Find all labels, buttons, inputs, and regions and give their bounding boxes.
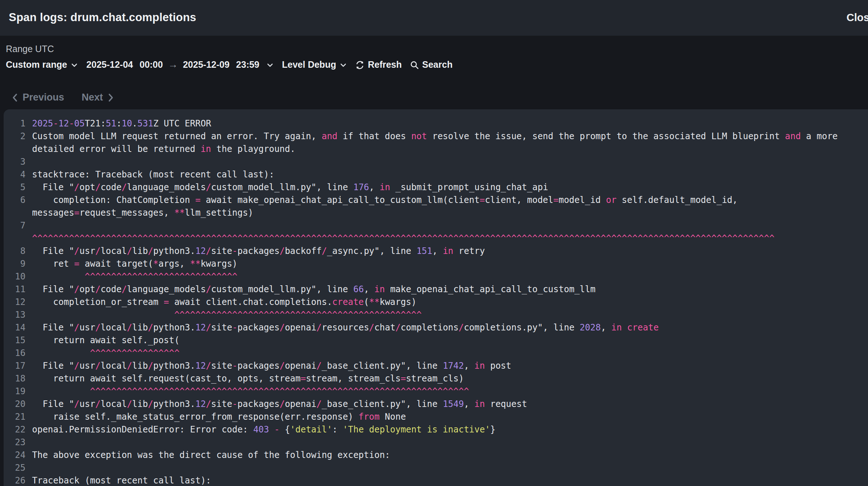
log-line: 12 completion_or_stream = await client.c… [9,296,868,309]
chevron-left-icon [11,93,19,102]
log-line-text: return await self.request(cast_to, opts,… [32,372,868,385]
line-number: 2 [9,130,26,143]
log-line: 26Traceback (most recent call last): [9,474,868,486]
log-line: 8 File "/usr/local/lib/python3.12/site-p… [9,245,868,258]
refresh-button[interactable]: Refresh [355,59,402,70]
line-number: 14 [9,321,26,334]
arrow-right-icon: → [168,59,178,70]
time-from-value[interactable]: 00:00 [140,59,163,70]
line-number: 10 [9,270,26,283]
search-button[interactable]: Search [410,59,453,70]
line-number: 6 [9,194,26,207]
log-line-text: ^^^^^^^^^^^^^^^^^ [32,347,868,360]
line-number: 5 [9,181,26,194]
log-line: 4stacktrace: Traceback (most recent call… [9,168,868,181]
date-from-value[interactable]: 2025-12-04 [86,59,133,70]
line-number: 8 [9,245,26,258]
log-line-text: 2025-12-05T21:51:10.531Z UTC ERROR [32,117,868,130]
date-to-value[interactable]: 2025-12-09 [183,59,230,70]
line-number: 4 [9,168,26,181]
log-line-text: File "/usr/local/lib/python3.12/site-pac… [32,360,868,372]
log-line: 24The above exception was the direct cau… [9,449,868,462]
line-number: 17 [9,360,26,372]
line-number: 7 [9,219,26,232]
log-line: 14 File "/usr/local/lib/python3.12/site-… [9,321,868,334]
log-line-text: File "/opt/code/language_models/custom_m… [32,283,868,296]
range-preset-dropdown[interactable]: Custom range [6,59,78,70]
log-line-text: Traceback (most recent call last): [32,474,868,486]
level-value: Level Debug [282,59,336,70]
log-line: 20 File "/usr/local/lib/python3.12/site-… [9,398,868,411]
log-line-text [32,156,868,168]
search-icon [410,60,419,70]
log-line: 9 ret = await target(*args, **kwargs) [9,258,868,270]
log-line-text: File "/opt/code/language_models/custom_m… [32,181,868,194]
range-utc-label: Range UTC [6,44,54,54]
log-line-text: raise self._make_status_error_from_respo… [32,411,868,423]
close-button[interactable]: Close [847,12,868,24]
log-line-text: completion_or_stream = await client.chat… [32,296,868,309]
line-number: 24 [9,449,26,462]
line-number: 15 [9,334,26,347]
line-number: 3 [9,156,26,168]
line-number: 22 [9,423,26,436]
line-number: 20 [9,398,26,411]
log-line: 17 File "/usr/local/lib/python3.12/site-… [9,360,868,372]
log-line-text [32,462,868,474]
log-line: 18 return await self.request(cast_to, op… [9,372,868,385]
search-label: Search [422,59,453,70]
line-number: 1 [9,117,26,130]
log-viewer[interactable]: 12025-12-05T21:51:10.531Z UTC ERROR2Cust… [4,109,868,486]
line-number: 19 [9,385,26,398]
log-line-text: ret = await target(*args, **kwargs) [32,258,868,270]
log-line: 19 ^^^^^^^^^^^^^^^^^^^^^^^^^^^^^^^^^^^^^… [9,385,868,398]
chevron-down-icon [339,61,347,69]
log-line-text: completion: ChatCompletion = await make_… [32,194,868,219]
log-line: 21 raise self._make_status_error_from_re… [9,411,868,423]
refresh-label: Refresh [368,59,402,70]
line-number: 13 [9,309,26,321]
next-button[interactable]: Next [82,92,115,103]
log-line: 15 return await self._post( [9,334,868,347]
range-preset-value: Custom range [6,59,67,70]
log-line-text: stacktrace: Traceback (most recent call … [32,168,868,181]
filter-toolbar: Custom range 2025-12-04 00:00 → 2025-12-… [6,59,453,70]
line-number: 16 [9,347,26,360]
log-line-text [32,436,868,449]
log-line: 6 completion: ChatCompletion = await mak… [9,194,868,219]
log-line: 10 ^^^^^^^^^^^^^^^^^^^^^^^^^^^^^ [9,270,868,283]
line-number: 21 [9,411,26,423]
level-dropdown[interactable]: Level Debug [282,59,348,70]
log-line-text: ^^^^^^^^^^^^^^^^^^^^^^^^^^^^^^^^^^^^^^^^… [32,309,868,321]
time-to-value[interactable]: 23:59 [236,59,259,70]
pagination: Previous Next [11,92,115,103]
line-number: 18 [9,372,26,385]
next-label: Next [82,92,103,103]
log-line: 11 File "/opt/code/language_models/custo… [9,283,868,296]
previous-label: Previous [23,92,64,103]
page-title: Span logs: drum.chat.completions [9,11,196,24]
line-number: 26 [9,474,26,486]
log-line: 13 ^^^^^^^^^^^^^^^^^^^^^^^^^^^^^^^^^^^^^… [9,309,868,321]
log-line-text: openai.PermissionDeniedError: Error code… [32,423,868,436]
line-number: 11 [9,283,26,296]
log-line: 22openai.PermissionDeniedError: Error co… [9,423,868,436]
log-line-text: File "/usr/local/lib/python3.12/site-pac… [32,321,868,334]
log-line: 7 ^^^^^^^^^^^^^^^^^^^^^^^^^^^^^^^^^^^^^^… [9,219,868,245]
log-line: 23 [9,436,868,449]
previous-button[interactable]: Previous [11,92,64,103]
log-line: 25 [9,462,868,474]
line-number: 9 [9,258,26,270]
log-line: 12025-12-05T21:51:10.531Z UTC ERROR [9,117,868,130]
log-line-text: ^^^^^^^^^^^^^^^^^^^^^^^^^^^^^ [32,270,868,283]
log-line-text: ^^^^^^^^^^^^^^^^^^^^^^^^^^^^^^^^^^^^^^^^… [32,385,868,398]
chevron-right-icon [107,93,115,102]
line-number: 23 [9,436,26,449]
log-line-text: return await self._post( [32,334,868,347]
line-number: 12 [9,296,26,309]
log-line: 5 File "/opt/code/language_models/custom… [9,181,868,194]
refresh-icon [355,60,364,70]
date-range-picker[interactable]: 2025-12-04 00:00 → 2025-12-09 23:59 [86,59,274,70]
modal-header: Span logs: drum.chat.completions Close [0,0,868,36]
log-line: 3 [9,156,868,168]
